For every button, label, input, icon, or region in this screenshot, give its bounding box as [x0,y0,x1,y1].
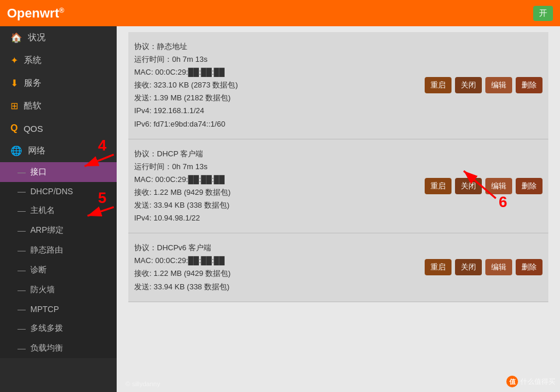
sidebar-item-network[interactable]: 🌐 网络 [0,139,117,162]
submenu-dhcp-dns[interactable]: — DHCP/DNS [0,182,117,201]
submenu-label-firewall: 防火墙 [30,285,55,295]
sidebar-item-coolsoft[interactable]: ⊞ 酷软 [0,94,117,117]
interface-actions-2: 重启 关闭 编辑 删除 [425,178,542,194]
iface2-runtime: 运行时间：0h 7m 13s [134,160,230,173]
edit-btn-1[interactable]: 编辑 [485,77,512,93]
delete-btn-1[interactable]: 删除 [516,77,542,93]
header: Openwrt® 开 [0,0,560,26]
qos-icon: Q [10,123,18,134]
submenu-static-routes[interactable]: — 静态路由 [0,240,117,260]
interface-card-3: 协议：DHCPv6 客户端 MAC: 00:0C:29:██:██:██ 接收:… [128,233,548,302]
restart-btn-3[interactable]: 重启 [425,259,452,275]
submenu-multiwan[interactable]: — 多线多拨 [0,318,117,338]
iface1-rx: 接收: 323.10 KB (2873 数据包) [134,79,238,92]
delete-btn-2[interactable]: 删除 [516,178,542,194]
submenu-label-static: 静态路由 [30,245,63,256]
iface2-mac: MAC: 00:0C:29:██:██:██ [134,173,230,186]
sidebar-submenu: — 接口 5 — DHCP/DNS — 主机名 — ARP绑定 — 静态路由 [0,162,117,358]
submenu-label-hostname: 主机名 [30,205,55,216]
iface2-ipv4: IPv4: 10.94.98.1/22 [134,212,230,225]
watermark-text: 什么值得买 [520,377,555,387]
submenu-hostname[interactable]: — 主机名 [0,201,117,220]
iface1-tx: 发送: 1.39 MB (2182 数据包) [134,92,238,104]
submenu-label-mptcp: MPTCP [30,304,59,314]
interface-card-2: 协议：DHCP 客户端 运行时间：0h 7m 13s MAC: 00:0C:29… [128,139,548,234]
iface3-tx: 发送: 33.94 KB (338 数据包) [134,281,230,293]
iface2-protocol: 协议：DHCP 客户端 [134,148,230,160]
submenu-firewall[interactable]: — 防火墙 [0,280,117,300]
stop-btn-3[interactable]: 关闭 [455,259,482,275]
iface3-mac: MAC: 00:0C:29:██:██:██ [134,254,230,267]
logo: Openwrt® [7,6,64,21]
sidebar-item-system[interactable]: ✦ 系统 [0,49,117,72]
edit-btn-2[interactable]: 编辑 [485,178,512,194]
sidebar-label-network: 网络 [28,145,46,156]
stop-btn-2[interactable]: 关闭 [455,178,482,194]
interface-info-1: 协议：静态地址 运行时间：0h 7m 13s MAC: 00:0C:29:██:… [134,40,238,131]
iface3-rx: 接收: 1.22 MB (9429 数据包) [134,267,230,280]
restart-btn-2[interactable]: 重启 [425,178,452,194]
stop-btn-1[interactable]: 关闭 [455,77,482,93]
submenu-label-arp: ARP绑定 [30,225,64,236]
submenu-diagnostics[interactable]: — 诊断 [0,260,117,280]
iface2-rx: 接收: 1.22 MB (9429 数据包) [134,186,230,199]
edit-btn-3[interactable]: 编辑 [485,259,512,275]
interface-info-2: 协议：DHCP 客户端 运行时间：0h 7m 13s MAC: 00:0C:29… [134,148,230,225]
iface1-runtime: 运行时间：0h 7m 13s [134,53,238,66]
restart-btn-1[interactable]: 重启 [425,77,452,93]
submenu-interfaces[interactable]: — 接口 5 [0,162,117,182]
submenu-mptcp[interactable]: — MPTCP [0,300,117,318]
content-area: 协议：静态地址 运行时间：0h 7m 13s MAC: 00:0C:29:██:… [117,26,560,392]
iface1-mac: MAC: 00:0C:29:██:██:██ [134,66,238,79]
iface1-protocol: 协议：静态地址 [134,40,238,53]
sidebar-item-qos[interactable]: Q QOS 4 [0,117,117,139]
sidebar-item-status[interactable]: 🏠 状况 [0,26,117,49]
interface-list: 协议：静态地址 运行时间：0h 7m 13s MAC: 00:0C:29:██:… [117,26,560,392]
submenu-label-multiwan: 多线多拨 [30,323,63,334]
sidebar-label-qos: QOS [23,124,43,134]
interface-info-3: 协议：DHCPv6 客户端 MAC: 00:0C:29:██:██:██ 接收:… [134,242,230,293]
submenu-loadbalance[interactable]: — 负载均衡 [0,338,117,358]
interface-card-1: 协议：静态地址 运行时间：0h 7m 13s MAC: 00:0C:29:██:… [128,32,548,139]
sidebar-item-services[interactable]: ⬇ 服务 [0,72,117,94]
gear-icon: ✦ [10,55,18,66]
watermark-icon: 值 [506,376,518,387]
interface-actions-3: 重启 关闭 编辑 删除 [425,259,542,275]
iface3-protocol: 协议：DHCPv6 客户端 [134,242,230,254]
watermark: 值 什么值得买 [506,376,555,387]
grid-icon: ⊞ [10,100,18,111]
open-button[interactable]: 开 [533,6,553,21]
submenu-label-lb: 负载均衡 [30,343,63,354]
iface2-tx: 发送: 33.94 KB (338 数据包) [134,199,230,212]
submenu-label-dhcp: DHCP/DNS [30,187,73,196]
sidebar-label-status: 状况 [28,32,46,43]
iface1-ipv6: IPv6: fd71:e9bd:da74::1/60 [134,118,238,131]
home-icon: 🏠 [10,32,22,43]
sidebar-label-services: 服务 [24,78,41,89]
sidebar-label-coolsoft: 酷软 [24,100,41,111]
submenu-label-diag: 诊断 [30,265,47,275]
network-icon: 🌐 [10,145,22,156]
interface-actions-1: 重启 关闭 编辑 删除 [425,77,542,93]
main-layout: 🏠 状况 ✦ 系统 ⬇ 服务 ⊞ 酷软 Q QOS 4 🌐 网络 — [0,26,560,392]
iface1-ipv4: IPv4: 192.168.1.1/24 [134,104,238,117]
delete-btn-3[interactable]: 删除 [516,259,542,275]
submenu-label-interfaces: 接口 [30,167,47,177]
sidebar-label-system: 系统 [24,55,41,66]
download-icon: ⬇ [10,78,18,89]
submenu-arp[interactable]: — ARP绑定 [0,220,117,240]
sidebar: 🏠 状况 ✦ 系统 ⬇ 服务 ⊞ 酷软 Q QOS 4 🌐 网络 — [0,26,117,392]
